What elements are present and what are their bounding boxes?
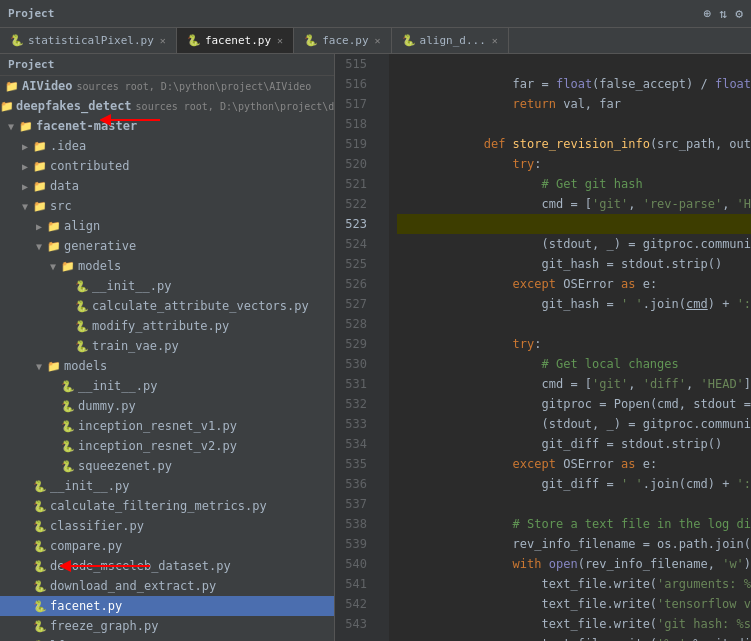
sidebar-item-calc-filtering[interactable]: 🐍 calculate_filtering_metrics.py: [0, 496, 334, 516]
code-text: :: [534, 157, 541, 171]
code-text: open: [549, 557, 578, 571]
sidebar-item-aivideo[interactable]: 📁 AIVideo sources root, D:\python\projec…: [0, 76, 334, 96]
tab-close[interactable]: ✕: [160, 35, 166, 46]
code-text: gitproc: [643, 417, 694, 431]
code-text: ]: [744, 377, 751, 391]
code-text: '%s': [657, 637, 686, 641]
sidebar-item-models-src[interactable]: ▼ 📁 models: [0, 356, 334, 376]
sidebar-item-idea[interactable]: ▶ 📁 .idea: [0, 136, 334, 156]
tab-statisticalpixel[interactable]: 🐍 statisticalPixel.py ✕: [0, 28, 177, 53]
expand-arrow: ▼: [4, 121, 18, 132]
code-text: [484, 257, 542, 271]
sidebar-item-label: calculate_attribute_vectors.py: [92, 299, 309, 313]
tab-close[interactable]: ✕: [375, 35, 381, 46]
tab-icon: 🐍: [402, 34, 416, 47]
gutter-line: [375, 114, 389, 134]
code-text: e:: [635, 277, 657, 291]
sidebar-item-calc-attr[interactable]: 🐍 calculate_attribute_vectors.py: [0, 296, 334, 316]
sidebar-item-init-root[interactable]: 🐍 __init__.py: [0, 476, 334, 496]
tab-icon: 🐍: [187, 34, 201, 47]
py-file-icon: 🐍: [60, 420, 76, 433]
tab-bar: 🐍 statisticalPixel.py ✕ 🐍 facenet.py ✕ 🐍…: [0, 28, 751, 54]
gutter-line: [375, 74, 389, 94]
sidebar-item-decode-msceleb[interactable]: 🐍 decode_msceleb_dataset.py: [0, 556, 334, 576]
sidebar-item-label: contributed: [50, 159, 129, 173]
sidebar-item-label: calculate_filtering_metrics.py: [50, 499, 267, 513]
sort-icon[interactable]: ⇅: [719, 6, 727, 21]
line-num: 537: [343, 494, 367, 514]
sidebar-item-label: __init__.py: [50, 479, 129, 493]
add-icon[interactable]: ⊕: [704, 6, 712, 21]
code-text: .communicate(): [693, 237, 751, 251]
py-file-icon: 🐍: [32, 580, 48, 593]
gutter-line: [375, 354, 389, 374]
sidebar-item-lfw[interactable]: 🐍 lfw.py: [0, 636, 334, 641]
code-line-523: (stdout, _) = gitproc.communicate(): [397, 214, 751, 234]
sidebar-item-facenet-py[interactable]: 🐍 facenet.py: [0, 596, 334, 616]
code-text: OSError: [556, 457, 621, 471]
settings-icon[interactable]: ⚙: [735, 6, 743, 21]
line-num: 520: [343, 154, 367, 174]
main-area: Project 📁 AIVideo sources root, D:\pytho…: [0, 54, 751, 641]
sidebar-item-squeezenet[interactable]: 🐍 squeezenet.py: [0, 456, 334, 476]
line-num: 533: [343, 414, 367, 434]
sidebar-item-facenet-master[interactable]: ▼ 📁 facenet-master: [0, 116, 334, 136]
tab-face[interactable]: 🐍 face.py ✕: [294, 28, 391, 53]
sidebar-item-dummy[interactable]: 🐍 dummy.py: [0, 396, 334, 416]
gutter-line: [375, 194, 389, 214]
gutter-line: [375, 334, 389, 354]
sidebar-item-compare[interactable]: 🐍 compare.py: [0, 536, 334, 556]
code-text: 'git': [592, 377, 628, 391]
code-text: =: [534, 77, 556, 91]
sidebar-item-label: models: [64, 359, 107, 373]
tab-facenet[interactable]: 🐍 facenet.py ✕: [177, 28, 294, 53]
gutter-line: [375, 374, 389, 394]
line-num: 519: [343, 134, 367, 154]
sidebar-item-contributed[interactable]: ▶ 📁 contributed: [0, 156, 334, 176]
expand-arrow: ▼: [18, 201, 32, 212]
code-text: [484, 397, 542, 411]
tab-close[interactable]: ✕: [277, 35, 283, 46]
gutter-line: [375, 554, 389, 574]
sidebar-item-data[interactable]: ▶ 📁 data: [0, 176, 334, 196]
sidebar-item-train-vae[interactable]: 🐍 train_vae.py: [0, 336, 334, 356]
code-text: 'HEAD': [700, 377, 743, 391]
sidebar-item-label: dummy.py: [78, 399, 136, 413]
tab-align[interactable]: 🐍 align_d... ✕: [392, 28, 509, 53]
sidebar-item-classifier[interactable]: 🐍 classifier.py: [0, 516, 334, 536]
sidebar-item-init-src[interactable]: 🐍 __init__.py: [0, 376, 334, 396]
sidebar-item-models-gen[interactable]: ▼ 📁 models: [0, 256, 334, 276]
sidebar-item-inception-v1[interactable]: 🐍 inception_resnet_v1.py: [0, 416, 334, 436]
code-text: rev_info_filename: [513, 537, 636, 551]
code-text: val, far: [556, 97, 621, 111]
tab-close[interactable]: ✕: [492, 35, 498, 46]
sidebar-item-src[interactable]: ▼ 📁 src: [0, 196, 334, 216]
py-file-icon: 🐍: [32, 600, 48, 613]
py-file-icon: 🐍: [32, 560, 48, 573]
sidebar-item-generative[interactable]: ▼ 📁 generative: [0, 236, 334, 256]
sidebar-item-label: decode_msceleb_dataset.py: [50, 559, 231, 573]
gutter-line: [375, 594, 389, 614]
code-text: [484, 97, 513, 111]
code-text: # Store a text file in the log director: [513, 517, 751, 531]
sidebar-item-init-gen[interactable]: 🐍 __init__.py: [0, 276, 334, 296]
line-num-current: 523: [343, 214, 367, 234]
py-file-icon: 🐍: [32, 480, 48, 493]
code-text: ,: [628, 197, 642, 211]
sidebar-item-deepfakes[interactable]: 📁 deepfakes_detect sources root, D:\pyth…: [0, 96, 334, 116]
folder-icon: 📁: [46, 360, 62, 373]
gutter-line: [375, 274, 389, 294]
sidebar-item-download-extract[interactable]: 🐍 download_and_extract.py: [0, 576, 334, 596]
code-text: git_hash: [542, 297, 600, 311]
code-text: = os.path.join(output: [635, 537, 751, 551]
code-text: [484, 337, 513, 351]
sidebar-item-freeze-graph[interactable]: 🐍 freeze_graph.py: [0, 616, 334, 636]
folder-icon: 📁: [32, 160, 48, 173]
sidebar-item-label: train_vae.py: [92, 339, 179, 353]
sidebar-item-label: __init__.py: [78, 379, 157, 393]
sidebar-item-inception-v2[interactable]: 🐍 inception_resnet_v2.py: [0, 436, 334, 456]
code-text: git_diff: [542, 437, 600, 451]
sidebar-item-modify-attr[interactable]: 🐍 modify_attribute.py: [0, 316, 334, 336]
code-text: (stdout, _) =: [484, 417, 643, 431]
sidebar-item-align[interactable]: ▶ 📁 align: [0, 216, 334, 236]
